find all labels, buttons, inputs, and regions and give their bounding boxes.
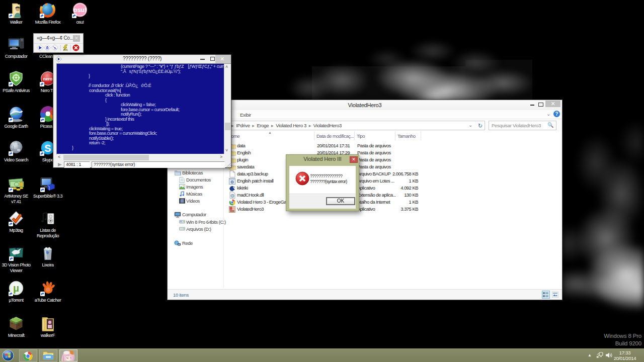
svg-text:nero: nero bbox=[43, 76, 52, 81]
svg-text:s: s bbox=[54, 46, 56, 50]
svg-text:osu!: osu! bbox=[73, 7, 86, 14]
svg-text:µ: µ bbox=[13, 282, 19, 294]
svg-text:S: S bbox=[44, 143, 51, 154]
